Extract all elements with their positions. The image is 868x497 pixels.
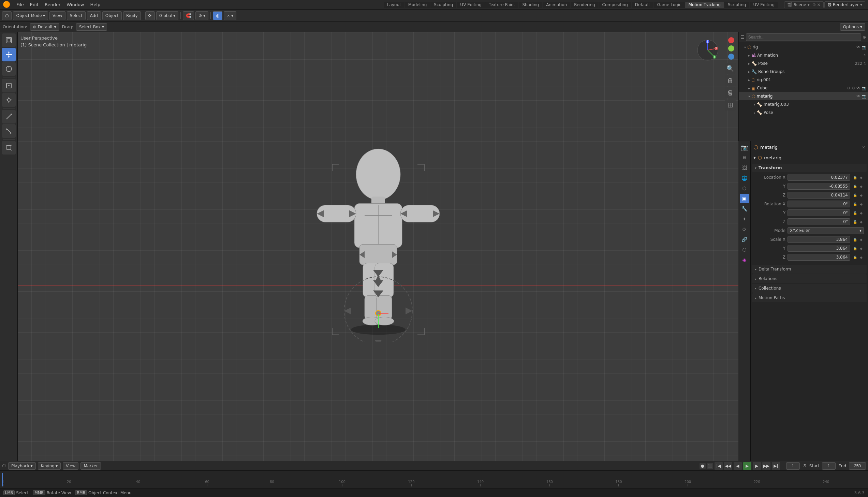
rigify-btn[interactable]: Rigify (123, 11, 141, 20)
loc-z-anim-icon[interactable]: ◆ (858, 193, 864, 198)
expand-rig001-icon[interactable]: ▸ (748, 78, 750, 82)
global-selector[interactable]: Global ▾ (156, 11, 178, 20)
tab-modeling[interactable]: Modeling (405, 2, 431, 8)
tab-game-logic[interactable]: Game Logic (654, 2, 685, 8)
cursor-tool[interactable] (2, 33, 16, 47)
tab-layout[interactable]: Layout (384, 2, 405, 8)
prop-world-icon[interactable]: ⬡ (740, 184, 749, 193)
transform-indicator[interactable]: ⟳ (145, 11, 155, 20)
prop-constraints-icon[interactable]: 🔗 (740, 235, 749, 244)
prev-keyframe-btn[interactable]: ◀ (734, 462, 742, 470)
ortho-view-btn[interactable] (725, 100, 736, 111)
jump-start-btn[interactable]: |◀ (714, 462, 723, 470)
menu-file[interactable]: File (14, 1, 27, 8)
tab-texture-paint[interactable]: Texture Paint (485, 2, 518, 8)
start-frame-input[interactable]: 1 (822, 462, 836, 470)
robot-view-btn[interactable] (725, 87, 736, 98)
tab-sculpting[interactable]: Sculpting (431, 2, 456, 8)
camera-view-btn[interactable] (725, 75, 736, 86)
tab-uv-editing2[interactable]: UV Editing (750, 2, 778, 8)
outliner-item-rig[interactable]: ▾ ⬡ rig 👁 📷 (739, 43, 868, 51)
expand-posen-icon[interactable]: ▸ (754, 111, 755, 115)
proportional-options[interactable]: ∧ ▾ (224, 11, 236, 20)
transform-header[interactable]: ▾ Transform (752, 164, 867, 172)
view-btn[interactable]: View (49, 11, 65, 20)
expand-bg-icon[interactable]: ▸ (748, 70, 750, 74)
scale-x-lock-icon[interactable]: 🔒 (852, 237, 858, 242)
prop-particles-icon[interactable]: ✦ (740, 214, 749, 224)
tab-motion-tracking[interactable]: Motion Tracking (685, 2, 724, 8)
outliner-item-cube[interactable]: ▸ ▣ Cube ⚙ ⚙ 👁 📷 (739, 84, 868, 92)
expand-mr003-icon[interactable]: ▸ (754, 103, 755, 106)
move-tool[interactable] (2, 48, 16, 61)
proportional-editing-btn[interactable]: ◎ (213, 11, 222, 20)
render-layer-input[interactable]: 🖼 RenderLayer ▾ (824, 1, 865, 8)
prop-view-layer-icon[interactable]: 🖼 (740, 163, 749, 173)
location-z-value[interactable]: 0.04114 (787, 192, 850, 199)
outliner-item-pose-nested[interactable]: ▸ 🦴 Pose (739, 109, 868, 117)
outliner-item-bone-groups[interactable]: ▸ 🔧 Bone Groups (739, 68, 868, 76)
rig-eye-icon[interactable]: 👁 (856, 45, 860, 49)
metarig-eye-icon[interactable]: 👁 (856, 94, 860, 99)
outliner-search[interactable] (746, 33, 861, 41)
mode-selector[interactable]: Object Mode ▾ (13, 11, 48, 20)
prop-output-icon[interactable]: 🖥 (740, 153, 749, 162)
rotation-y-value[interactable]: 0° (787, 210, 850, 216)
new-scene-icon[interactable]: ⊕ (812, 2, 816, 7)
menu-window[interactable]: Window (64, 1, 87, 8)
expand-anim-icon[interactable]: ▸ (748, 54, 750, 57)
playhead[interactable] (2, 473, 3, 486)
tab-shading[interactable]: Shading (519, 2, 542, 8)
outliner-item-animation[interactable]: ▸ 📽 Animation ↻ (739, 51, 868, 59)
expand-metarig-icon[interactable]: ▾ (748, 95, 750, 98)
outliner-filter-icon[interactable]: ⊕ (863, 35, 866, 40)
tab-scripting[interactable]: Scripting (724, 2, 749, 8)
marker-btn[interactable]: Marker (81, 462, 101, 470)
zoom-to-fit-btn[interactable]: 🔍 (725, 63, 736, 74)
scale-z-anim-icon[interactable]: ◆ (858, 254, 864, 260)
select-btn[interactable]: Select (67, 11, 86, 20)
timeline-ruler[interactable]: 1 20 40 60 80 100 120 (2, 473, 866, 486)
object-btn[interactable]: Object (102, 11, 122, 20)
play-btn[interactable]: ▶ (743, 462, 751, 470)
relations-section[interactable]: ▸ Relations (752, 274, 867, 283)
cube-eye-icon[interactable]: 👁 (856, 86, 860, 90)
next-keyframe-btn[interactable]: ▶ (753, 462, 761, 470)
jump-end-btn[interactable]: ▶| (772, 462, 780, 470)
expand-cube-icon[interactable]: ▸ (748, 86, 750, 90)
prop-object-icon[interactable]: ▣ (740, 194, 749, 203)
snap-options[interactable]: ⊕ ▾ (196, 11, 208, 20)
expand-rig-icon[interactable]: ▾ (744, 45, 746, 49)
menu-edit[interactable]: Edit (27, 1, 41, 8)
loc-z-lock-icon[interactable]: 🔒 (852, 193, 858, 198)
options-btn[interactable]: Options ▾ (840, 23, 865, 31)
rotation-z-value[interactable]: 0° (787, 218, 850, 225)
outliner-item-metarig003[interactable]: ▸ 🦴 metarig.003 (739, 100, 868, 109)
expand-pose-icon[interactable]: ▸ (748, 62, 750, 66)
add-btn[interactable]: Add (87, 11, 101, 20)
scale-x-anim-icon[interactable]: ◆ (858, 237, 864, 242)
rot-y-anim-icon[interactable]: ◆ (858, 210, 864, 216)
scale-y-lock-icon[interactable]: 🔒 (852, 246, 858, 251)
next-frame-btn[interactable]: ▶▶ (762, 462, 770, 470)
rotation-x-value[interactable]: 0° (787, 201, 850, 208)
cube-camera-icon[interactable]: 📷 (862, 86, 867, 90)
annotate-tool[interactable] (2, 110, 16, 124)
rot-z-anim-icon[interactable]: ◆ (858, 219, 864, 225)
snap-btn[interactable]: 🧲 (183, 11, 194, 20)
loc-x-lock-icon[interactable]: 🔒 (852, 175, 858, 180)
orientation-dropdown[interactable]: ⊕ Default ▾ (30, 23, 59, 31)
prop-physics-icon[interactable]: ⟳ (740, 225, 749, 234)
prop-modifier-icon[interactable]: 🔧 (740, 204, 749, 214)
end-frame-input[interactable]: 250 (849, 462, 866, 470)
timeline-view-btn[interactable]: View (63, 462, 78, 470)
location-y-value[interactable]: -0.08555 (787, 183, 850, 190)
motion-paths-section[interactable]: ▸ Motion Paths (752, 293, 867, 302)
close-scene-icon[interactable]: ✕ (817, 2, 821, 7)
tab-uv-editing[interactable]: UV Editing (457, 2, 485, 8)
loc-x-anim-icon[interactable]: ◆ (858, 175, 864, 180)
loc-y-lock-icon[interactable]: 🔒 (852, 184, 858, 189)
cube-extra1[interactable]: ⚙ (847, 86, 850, 90)
prev-frame-btn[interactable]: ◀◀ (724, 462, 732, 470)
metarig-camera-icon[interactable]: 📷 (862, 94, 867, 99)
